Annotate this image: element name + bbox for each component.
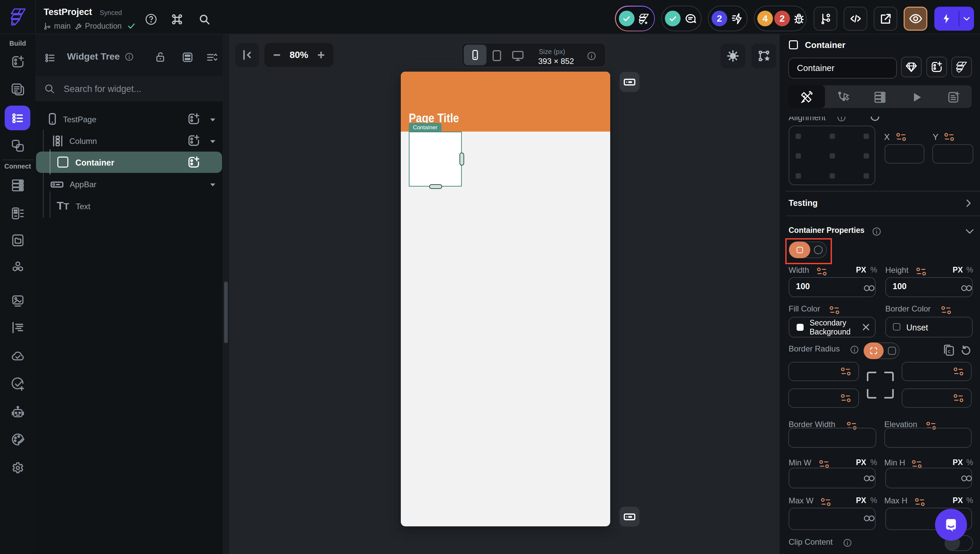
svg-text:c: c [948, 348, 951, 355]
